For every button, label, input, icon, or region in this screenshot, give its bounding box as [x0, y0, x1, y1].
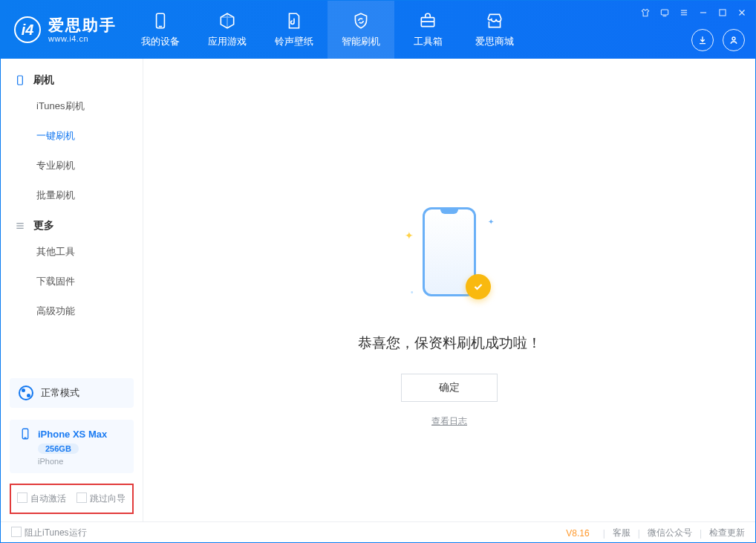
main-content: ✦✦• 恭喜您，保资料刷机成功啦！ 确定 查看日志: [143, 59, 755, 521]
nav-label: 工具箱: [414, 35, 443, 48]
logo-icon: i4: [14, 16, 41, 43]
mode-status[interactable]: 正常模式: [10, 378, 134, 408]
list-icon: [14, 220, 26, 232]
version-label: V8.16: [566, 528, 589, 539]
sidebar-group-flash: 刷机: [1, 65, 143, 91]
nav-label: 我的设备: [141, 35, 180, 48]
sidebar-item-download-firmware[interactable]: 下载固件: [1, 267, 143, 296]
nav-label: 铃声壁纸: [275, 35, 313, 48]
account-button[interactable]: [723, 29, 745, 51]
device-capacity: 256GB: [38, 443, 79, 454]
sidebar-group-title: 刷机: [33, 74, 54, 87]
device-card[interactable]: iPhone XS Max 256GB iPhone: [10, 420, 134, 473]
nav-my-device[interactable]: 我的设备: [127, 1, 194, 59]
music-file-icon: [284, 11, 304, 30]
sidebar-group-more: 更多: [1, 210, 143, 237]
success-message: 恭喜您，保资料刷机成功啦！: [358, 334, 541, 353]
device-name: iPhone XS Max: [38, 429, 107, 440]
svg-rect-3: [661, 10, 668, 15]
sidebar-item-pro-flash[interactable]: 专业刷机: [1, 151, 143, 181]
header-actions: [691, 29, 745, 51]
mode-icon: [19, 386, 33, 400]
nav-apps[interactable]: 应用游戏: [194, 1, 261, 59]
sidebar-item-oneclick-flash[interactable]: 一键刷机: [1, 121, 143, 151]
feedback-icon[interactable]: [659, 7, 671, 19]
nav-label: 智能刷机: [342, 35, 380, 48]
shirt-icon[interactable]: [639, 7, 651, 19]
view-log-link[interactable]: 查看日志: [431, 415, 467, 428]
toolbox-icon: [418, 11, 437, 30]
status-bar: 阻止iTunes运行 V8.16 | 客服 | 微信公众号 | 检查更新: [1, 521, 755, 543]
sidebar-group-title: 更多: [33, 219, 54, 233]
device-icon: [14, 74, 26, 86]
success-illustration: ✦✦•: [405, 207, 494, 311]
options-highlight: 自动激活 跳过向导: [10, 484, 134, 514]
maximize-button[interactable]: [717, 7, 729, 19]
svg-rect-8: [720, 10, 726, 16]
sidebar-item-batch-flash[interactable]: 批量刷机: [1, 181, 143, 210]
ok-button[interactable]: 确定: [401, 374, 498, 402]
skip-guide-checkbox[interactable]: 跳过向导: [76, 492, 126, 505]
nav-label: 爱思商城: [475, 35, 514, 48]
sidebar-item-advanced[interactable]: 高级功能: [1, 296, 143, 326]
minimize-button[interactable]: [697, 7, 709, 19]
svg-rect-12: [18, 76, 23, 85]
nav-toolbox[interactable]: 工具箱: [394, 1, 461, 59]
check-icon: [466, 274, 491, 299]
app-subtitle: www.i4.cn: [48, 34, 117, 43]
download-button[interactable]: [691, 29, 714, 51]
block-itunes-checkbox[interactable]: 阻止iTunes运行: [11, 527, 87, 539]
auto-activate-checkbox[interactable]: 自动激活: [17, 492, 66, 505]
nav-flash[interactable]: 智能刷机: [328, 1, 394, 59]
window-controls: [639, 7, 748, 19]
logo-area: i4 爱思助手 www.i4.cn: [1, 1, 127, 59]
sidebar-item-other-tools[interactable]: 其他工具: [1, 237, 143, 267]
mode-label: 正常模式: [41, 386, 79, 400]
cube-icon: [218, 11, 237, 30]
nav-ringtones[interactable]: 铃声壁纸: [261, 1, 328, 59]
check-update-link[interactable]: 检查更新: [709, 527, 745, 539]
store-icon: [485, 11, 504, 30]
svg-point-11: [732, 37, 735, 40]
device-type: iPhone: [38, 457, 63, 466]
support-link[interactable]: 客服: [613, 527, 630, 539]
wechat-link[interactable]: 微信公众号: [648, 527, 692, 539]
phone-icon: [151, 11, 170, 30]
menu-icon[interactable]: [678, 7, 690, 19]
sidebar: 刷机 iTunes刷机 一键刷机 专业刷机 批量刷机 更多 其他工具 下载固件 …: [1, 59, 143, 521]
app-title: 爱思助手: [48, 16, 117, 33]
close-button[interactable]: [736, 7, 748, 19]
app-header: i4 爱思助手 www.i4.cn 我的设备 应用游戏 铃声壁纸 智能刷机 工具…: [1, 1, 755, 59]
shield-refresh-icon: [351, 11, 371, 30]
top-nav: 我的设备 应用游戏 铃声壁纸 智能刷机 工具箱 爱思商城: [127, 1, 528, 59]
sidebar-item-itunes-flash[interactable]: iTunes刷机: [1, 91, 143, 121]
phone-icon: [19, 427, 32, 440]
nav-label: 应用游戏: [208, 35, 247, 48]
nav-store[interactable]: 爱思商城: [461, 1, 528, 59]
